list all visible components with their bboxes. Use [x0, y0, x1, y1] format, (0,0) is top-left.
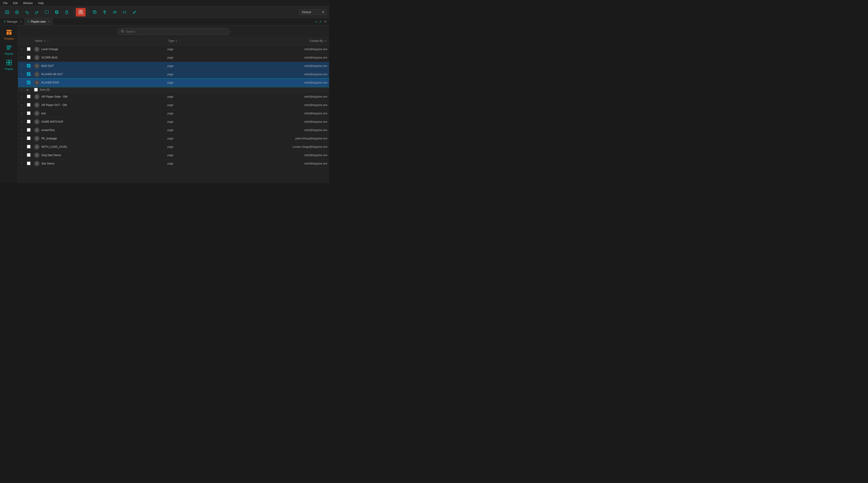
drag-handle[interactable]: ⠿: [20, 73, 23, 76]
table-body: ⠿ Level Change page seth@disguise.one ⠿: [18, 45, 329, 168]
add-button[interactable]: [13, 8, 21, 17]
duplicate-button[interactable]: [90, 8, 99, 17]
menu-edit[interactable]: Edit: [12, 1, 19, 5]
table-header: Name ☰ Type ☰: [18, 37, 329, 45]
maximize-tab-button[interactable]: ⤢: [319, 20, 322, 24]
svg-point-18: [121, 30, 123, 32]
search-input[interactable]: [126, 30, 226, 33]
drag-handle[interactable]: ⠿: [20, 137, 23, 140]
delete-button[interactable]: [100, 8, 109, 17]
tab-manager-close[interactable]: ✕: [20, 20, 22, 23]
name-cell: PLAYER AR OUT: [32, 70, 165, 78]
row-icon: [34, 136, 39, 141]
menu-window[interactable]: Window: [22, 1, 34, 5]
default-dropdown-label: Default: [302, 10, 311, 14]
search-bar-row: [18, 25, 329, 37]
expand-cell: ▶: [25, 87, 32, 93]
tab-playlist-view[interactable]: ⠿ Playlist view ✕: [25, 18, 53, 25]
table-row: ⠿ BUG OUT page seth@disguise.one: [18, 62, 329, 70]
row-checkbox[interactable]: [27, 80, 31, 84]
drag-handle[interactable]: ⠿: [20, 104, 23, 106]
tab-manager[interactable]: ⠿ Manager ✕: [1, 18, 25, 25]
chevron-down-icon: ▾: [322, 10, 324, 14]
svg-rect-17: [9, 63, 11, 65]
drag-handle[interactable]: ⠿: [20, 82, 23, 84]
type-cell: page: [165, 54, 239, 62]
table-row: ⠿ AR Player State - GM page seth@disguis…: [18, 93, 329, 101]
row-checkbox[interactable]: [34, 88, 38, 92]
row-checkbox[interactable]: [27, 128, 31, 132]
drag-handle[interactable]: ⠿: [20, 65, 23, 67]
created-by-cell: seth@disguise.one: [239, 62, 329, 70]
sidebar-item-playlists[interactable]: Playlists: [1, 43, 17, 57]
menu-help[interactable]: Help: [37, 1, 45, 5]
drag-handle-cell: ⠿: [18, 93, 25, 101]
redo-button[interactable]: [33, 8, 41, 17]
drag-handle[interactable]: ⠿: [20, 96, 23, 98]
close-tab-button[interactable]: ✕: [324, 20, 327, 24]
name-cell: Level Change: [32, 45, 165, 54]
row-checkbox[interactable]: [27, 56, 31, 59]
tab-playlist-close[interactable]: ✕: [48, 20, 50, 23]
created-by-cell: seth@disguise.one: [239, 45, 329, 54]
drag-handle[interactable]: ⠿: [20, 154, 23, 157]
drag-handle-cell: ⠿: [18, 134, 25, 143]
drag-handle-cell: ⠿: [18, 118, 25, 126]
copy-button[interactable]: [53, 8, 61, 17]
drag-handle[interactable]: ⠿: [20, 112, 23, 115]
templates-table: Name ☰ Type ☰: [18, 37, 329, 168]
drag-handle[interactable]: ⠿: [20, 48, 23, 51]
row-checkbox[interactable]: [27, 145, 31, 149]
sidebar-item-templates[interactable]: Templates: [1, 28, 17, 42]
default-dropdown[interactable]: Default ▾: [299, 9, 327, 15]
row-checkbox[interactable]: [27, 153, 31, 157]
row-checkbox[interactable]: [27, 111, 31, 115]
expand-arrow[interactable]: ▶: [27, 89, 29, 91]
table-row: ⠿ SCORE BUG page seth@disguise.one: [18, 54, 329, 62]
drag-handle[interactable]: ⠿: [20, 121, 23, 123]
drag-handle[interactable]: ⠿: [20, 162, 23, 165]
table-row: ⠿ ▶ Save (5): [18, 87, 329, 93]
drag-handle-cell: ⠿: [18, 160, 25, 168]
menu-file[interactable]: File: [2, 1, 8, 5]
align-button[interactable]: [110, 8, 119, 17]
distribute-button[interactable]: [120, 8, 129, 17]
drag-handle[interactable]: ⠿: [20, 89, 23, 91]
sidebar-item-projects[interactable]: Projects: [1, 58, 17, 72]
row-checkbox[interactable]: [27, 136, 31, 140]
tab-playlist-view-label: Playlist view: [31, 20, 45, 23]
type-cell: page: [165, 126, 239, 134]
col-type-menu-icon[interactable]: ☰: [176, 40, 178, 42]
table-row: ⠿ Star Demo page seth@disguise.one: [18, 160, 329, 168]
row-icon: [34, 55, 39, 60]
name-cell: AR Player OUT - GM: [32, 101, 165, 109]
row-checkbox[interactable]: [27, 47, 31, 51]
row-checkbox[interactable]: [27, 95, 31, 98]
edit-mode-button[interactable]: [130, 8, 139, 17]
col-created-menu-icon[interactable]: ☰: [324, 40, 327, 42]
created-by-cell: seth@disguise.one: [239, 160, 329, 168]
add-tab-button[interactable]: +: [315, 20, 317, 24]
drag-handle[interactable]: ⠿: [20, 129, 23, 131]
group-button[interactable]: Group: [76, 8, 86, 17]
drag-handle-cell: ⠿: [18, 126, 25, 134]
new-item-button[interactable]: [42, 8, 51, 17]
row-checkbox[interactable]: [27, 162, 31, 165]
row-checkbox[interactable]: [27, 72, 31, 76]
name-cell: AR Player State - GM: [32, 93, 165, 101]
row-checkbox[interactable]: [27, 120, 31, 123]
undo-button[interactable]: [23, 8, 31, 17]
new-template-button[interactable]: [3, 8, 11, 17]
group-label: Group: [78, 12, 84, 15]
svg-rect-6: [79, 10, 81, 11]
projects-icon: [6, 60, 12, 67]
drag-handle[interactable]: ⠿: [20, 146, 23, 148]
row-checkbox[interactable]: [27, 64, 31, 68]
row-name: AR Player OUT - GM: [41, 103, 67, 107]
drag-handle[interactable]: ⠿: [20, 57, 23, 59]
row-name: SCORE BUG: [41, 56, 58, 59]
col-name-menu-icon[interactable]: ☰: [43, 40, 46, 42]
row-checkbox[interactable]: [27, 103, 31, 107]
col-name-label: Name: [35, 39, 42, 42]
paste-button[interactable]: [62, 8, 71, 17]
